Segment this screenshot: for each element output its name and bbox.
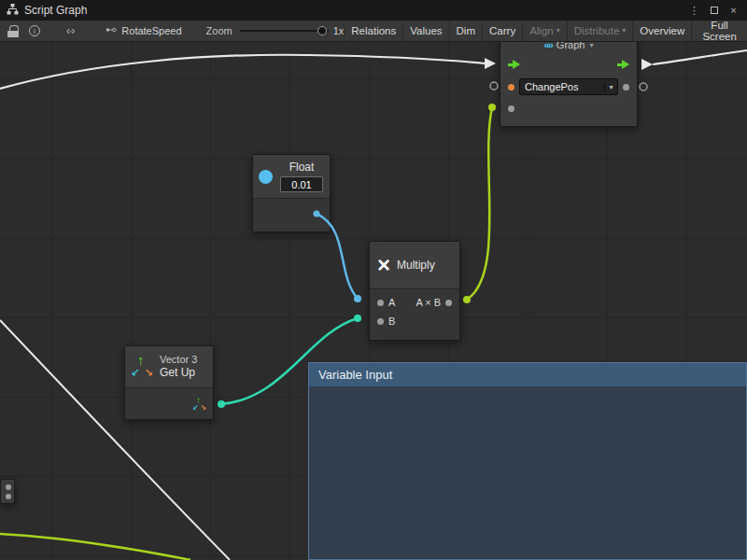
zoom-label: Zoom (206, 25, 233, 36)
input-a-label: A (388, 297, 395, 308)
tab-script-graph[interactable]: Script Graph (0, 0, 98, 21)
port-endpoint[interactable] (488, 104, 496, 111)
input-b-label: B (388, 315, 395, 327)
float-literal-node[interactable]: Float 0.01 (252, 154, 331, 232)
script-graph-icon (7, 4, 19, 18)
flow-arrowhead-out (641, 59, 653, 70)
output-label: A × B (416, 297, 441, 308)
group-title: Variable Input (318, 368, 392, 382)
graph-toolbar: i ‹∙› RotateSpeed Zoom 1x Relations Valu… (0, 21, 747, 42)
node-title: Get Up (160, 366, 197, 380)
set-variable-node[interactable]: «» Graph ▾ ChangePos ▾ (500, 42, 638, 127)
variable-output-port[interactable] (623, 84, 629, 91)
port-endpoint[interactable] (354, 315, 361, 322)
value-input-port[interactable] (508, 105, 514, 112)
values-button[interactable]: Values (402, 21, 448, 41)
variable-icon: «» (544, 42, 552, 50)
zoom-slider[interactable] (240, 25, 329, 36)
graph-breadcrumb[interactable]: RotateSpeed (106, 24, 181, 37)
unconnected-port[interactable] (490, 82, 498, 90)
align-button[interactable]: Align▾ (522, 21, 567, 41)
output-port[interactable] (445, 300, 452, 306)
flow-row (500, 53, 637, 76)
flow-input-port[interactable] (508, 60, 520, 69)
vector3-mini-icon: ↑ ↙ ↘ (193, 398, 205, 410)
graph-name-label: RotateSpeed (121, 25, 181, 36)
value-row (500, 98, 637, 119)
flow-arrowhead-in (485, 58, 496, 69)
window-title: Script Graph (24, 4, 87, 17)
get-up-node[interactable]: ↑ ↙ ↘ Vector 3 Get Up ↑ ↙ ↘ (124, 345, 214, 420)
zoom-value: 1x (333, 25, 345, 36)
code-view-icon[interactable]: ‹∙› (66, 24, 74, 37)
window-menu-button[interactable]: ⋮ (687, 4, 701, 18)
chevron-down-icon: ▾ (604, 83, 617, 91)
multiply-node[interactable]: × Multiply A A × B B (369, 241, 460, 341)
multiply-icon: × (377, 254, 390, 276)
carry-button[interactable]: Carry (482, 21, 522, 41)
port[interactable] (6, 484, 11, 490)
maximize-icon (711, 7, 718, 14)
wire-bottom-left[interactable] (0, 534, 190, 560)
zoom-slider-thumb[interactable] (317, 26, 327, 35)
flow-output-port[interactable] (617, 60, 629, 69)
full-screen-button[interactable]: Full Screen (691, 21, 747, 41)
scope-label: Graph (557, 42, 585, 50)
titlebar: Script Graph ⋮ × (0, 0, 747, 21)
port[interactable] (6, 494, 11, 499)
window-close-button[interactable]: × (726, 4, 740, 18)
wire-control-out[interactable] (653, 50, 747, 64)
relations-button[interactable]: Relations (344, 21, 402, 41)
window-maximize-button[interactable] (707, 4, 721, 18)
node-title: Multiply (397, 259, 435, 272)
float-icon (259, 170, 273, 184)
toolbar-buttons: Relations Values Dim Carry Align▾ Distri… (344, 21, 747, 41)
overview-button[interactable]: Overview (632, 21, 691, 41)
zoom-slider-track[interactable] (240, 30, 329, 32)
float-output-port-area[interactable] (253, 198, 330, 231)
variable-name-port[interactable] (508, 84, 514, 91)
unconnected-port[interactable] (640, 83, 647, 91)
partial-node[interactable] (0, 479, 15, 504)
group-body[interactable] (309, 386, 746, 559)
dim-button[interactable]: Dim (449, 21, 482, 41)
wire-multiply-to-setvariable[interactable] (467, 107, 492, 300)
node-type-label: Vector 3 (160, 354, 197, 366)
port-endpoint[interactable] (354, 295, 361, 302)
port-endpoint[interactable] (463, 296, 471, 303)
chevron-down-icon: ▾ (557, 27, 560, 35)
chevron-down-icon: ▾ (622, 27, 626, 35)
vector3-icon: ↑ ↙ ↘ (133, 356, 153, 378)
variable-scope-dropdown[interactable]: «» Graph ▾ (500, 42, 637, 53)
float-value-input[interactable]: 0.01 (280, 176, 323, 192)
name-row: ChangePos ▾ (500, 76, 637, 98)
variable-input-group[interactable]: Variable Input (308, 362, 747, 560)
window-controls: ⋮ × (687, 4, 747, 18)
port-endpoint[interactable] (218, 400, 225, 408)
distribute-button[interactable]: Distribute▾ (567, 21, 633, 41)
wire-control-in[interactable] (0, 55, 485, 89)
node-title: Float (289, 161, 315, 174)
chevron-down-icon: ▾ (589, 42, 593, 49)
graph-asset-icon (106, 24, 117, 37)
group-header[interactable]: Variable Input (309, 363, 746, 386)
info-icon[interactable]: i (29, 25, 40, 36)
lock-icon[interactable] (7, 25, 19, 37)
input-b-port[interactable] (377, 318, 384, 325)
graph-canvas[interactable]: Variable Input «» Graph ▾ ChangePos (0, 42, 747, 560)
script-graph-window: Script Graph ⋮ × i ‹∙› RotateSpeed Zoom … (0, 0, 747, 560)
input-a-port[interactable] (377, 300, 384, 306)
variable-name-value: ChangePos (520, 81, 604, 92)
variable-name-dropdown[interactable]: ChangePos ▾ (519, 78, 618, 95)
